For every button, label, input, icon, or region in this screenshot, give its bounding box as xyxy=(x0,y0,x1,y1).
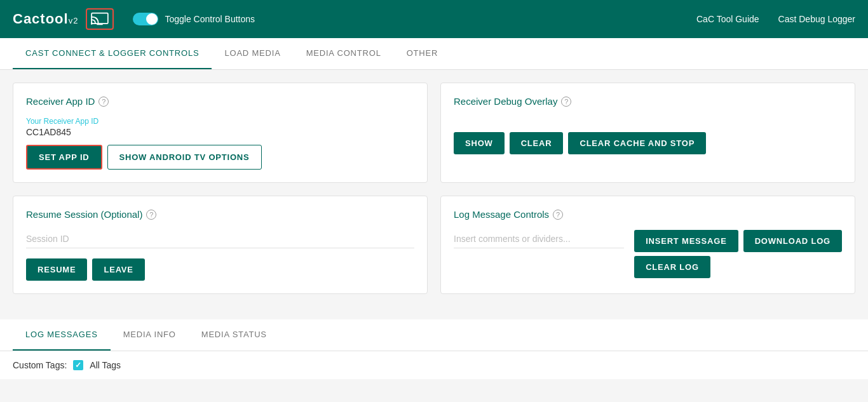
tab-media-status[interactable]: MEDIA STATUS xyxy=(189,319,280,351)
receiver-app-id-value: CC1AD845 xyxy=(26,127,414,137)
logo-text: Cactoolv2 xyxy=(13,11,78,27)
receiver-debug-overlay-card: Receiver Debug Overlay ? SHOW CLEAR CLEA… xyxy=(440,83,855,183)
resume-session-card: Resume Session (Optional) ? RESUME LEAVE xyxy=(13,196,428,294)
clear-log-button[interactable]: CLEAR LOG xyxy=(634,256,710,278)
toggle-control-buttons[interactable] xyxy=(133,13,158,25)
log-message-controls-label: Log Message Controls xyxy=(454,209,549,220)
set-app-id-button[interactable]: SET APP ID xyxy=(26,145,102,170)
tab-load-media[interactable]: LOAD MEDIA xyxy=(212,38,293,69)
toggle-label: Toggle Control Buttons xyxy=(165,14,255,24)
cast-icon xyxy=(91,12,109,26)
svg-rect-2 xyxy=(97,23,103,25)
toggle-section: Toggle Control Buttons xyxy=(133,13,255,25)
cast-icon-wrapper[interactable] xyxy=(86,8,114,30)
log-message-controls-card: Log Message Controls ? INSERT MESSAGE DO… xyxy=(440,196,855,294)
log-buttons-stack: INSERT MESSAGE DOWNLOAD LOG CLEAR LOG xyxy=(634,230,842,278)
clear-overlay-button[interactable]: CLEAR xyxy=(510,132,564,154)
resume-session-help-icon[interactable]: ? xyxy=(146,210,156,220)
download-log-button[interactable]: DOWNLOAD LOG xyxy=(743,230,842,252)
bottom-cards-row: Resume Session (Optional) ? RESUME LEAVE… xyxy=(13,196,855,294)
tab-cast-connect[interactable]: CAST CONNECT & LOGGER CONTROLS xyxy=(13,38,212,69)
show-overlay-button[interactable]: SHOW xyxy=(454,132,505,154)
tabs-bar: CAST CONNECT & LOGGER CONTROLS LOAD MEDI… xyxy=(0,38,868,70)
logo-version: v2 xyxy=(69,16,79,25)
receiver-app-id-buttons: SET APP ID SHOW ANDROID TV OPTIONS xyxy=(26,145,414,170)
app-header: Cactoolv2 Toggle Control Buttons CaC Too… xyxy=(0,0,868,38)
header-nav: CaC Tool Guide Cast Debug Logger xyxy=(696,14,855,24)
resume-session-buttons: RESUME LEAVE xyxy=(26,258,414,281)
log-comment-input[interactable] xyxy=(454,230,624,248)
cac-tool-guide-link[interactable]: CaC Tool Guide xyxy=(696,14,759,24)
svg-rect-0 xyxy=(92,13,109,23)
tab-media-info[interactable]: MEDIA INFO xyxy=(111,319,189,351)
receiver-debug-overlay-buttons: SHOW CLEAR CLEAR CACHE AND STOP xyxy=(454,132,842,154)
resume-session-title: Resume Session (Optional) ? xyxy=(26,209,414,220)
top-cards-row: Receiver App ID ? Your Receiver App ID C… xyxy=(13,83,855,183)
log-message-controls-content: INSERT MESSAGE DOWNLOAD LOG CLEAR LOG xyxy=(454,230,842,278)
logo-section: Cactoolv2 xyxy=(13,8,114,30)
custom-tags-label: Custom Tags: xyxy=(13,360,67,370)
main-content: Receiver App ID ? Your Receiver App ID C… xyxy=(0,70,868,319)
log-message-controls-help-icon[interactable]: ? xyxy=(553,210,563,220)
toggle-knob xyxy=(146,13,158,25)
receiver-app-id-card: Receiver App ID ? Your Receiver App ID C… xyxy=(13,83,428,183)
logo-name: Cactool xyxy=(13,11,69,27)
checkbox-checkmark: ✓ xyxy=(75,361,81,370)
log-input-area xyxy=(454,230,624,248)
tab-other[interactable]: OTHER xyxy=(394,38,451,69)
tab-log-messages[interactable]: LOG MESSAGES xyxy=(13,319,111,351)
receiver-app-id-label: Receiver App ID xyxy=(26,96,95,107)
resume-session-label: Resume Session (Optional) xyxy=(26,209,142,220)
resume-button[interactable]: RESUME xyxy=(26,258,87,281)
leave-button[interactable]: LEAVE xyxy=(92,258,144,281)
receiver-app-id-help-icon[interactable]: ? xyxy=(98,97,109,107)
receiver-debug-overlay-help-icon[interactable]: ? xyxy=(561,97,571,107)
receiver-app-id-title: Receiver App ID ? xyxy=(26,96,414,107)
receiver-debug-overlay-title: Receiver Debug Overlay ? xyxy=(454,96,842,107)
all-tags-checkbox[interactable]: ✓ xyxy=(73,360,83,370)
all-tags-label: All Tags xyxy=(90,360,121,370)
custom-tags-row: Custom Tags: ✓ All Tags xyxy=(0,351,868,379)
cast-debug-logger-link[interactable]: Cast Debug Logger xyxy=(778,14,855,24)
show-android-tv-options-button[interactable]: SHOW ANDROID TV OPTIONS xyxy=(107,145,262,170)
svg-point-1 xyxy=(91,22,93,25)
bottom-tabs-bar: LOG MESSAGES MEDIA INFO MEDIA STATUS xyxy=(0,319,868,351)
log-message-controls-title: Log Message Controls ? xyxy=(454,209,842,220)
receiver-app-id-input-label: Your Receiver App ID xyxy=(26,117,414,126)
tab-media-control[interactable]: MEDIA CONTROL xyxy=(294,38,394,69)
insert-message-button[interactable]: INSERT MESSAGE xyxy=(634,230,738,252)
session-id-input[interactable] xyxy=(26,230,414,248)
clear-cache-stop-button[interactable]: CLEAR CACHE AND STOP xyxy=(568,132,706,154)
receiver-debug-overlay-label: Receiver Debug Overlay xyxy=(454,96,557,107)
